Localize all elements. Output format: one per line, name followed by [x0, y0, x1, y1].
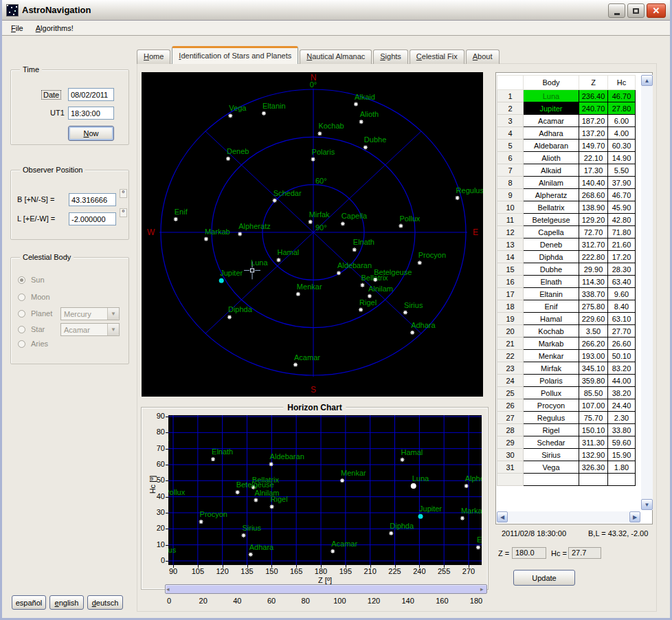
hc-cell[interactable]: 33.80: [608, 424, 636, 436]
z-cell[interactable]: 193.00: [579, 350, 608, 362]
row-number[interactable]: 16: [497, 276, 524, 288]
row-number[interactable]: 12: [497, 226, 524, 239]
update-button[interactable]: Update: [513, 570, 575, 586]
body-cell[interactable]: Deneb: [524, 239, 579, 251]
body-cell[interactable]: Procyon: [524, 399, 579, 412]
latitude-input[interactable]: [69, 193, 116, 206]
z-cell[interactable]: 129.20: [579, 214, 608, 226]
hc-cell[interactable]: 46.70: [608, 90, 636, 102]
hc-cell[interactable]: 17.20: [608, 251, 636, 263]
body-cell[interactable]: Schedar: [524, 436, 579, 449]
empty-cell[interactable]: [608, 474, 636, 486]
row-number[interactable]: 1: [497, 90, 524, 102]
spanish-button[interactable]: español: [12, 595, 46, 610]
z-cell[interactable]: 138.90: [579, 201, 608, 214]
vertical-scrollbar[interactable]: ▲ ▼: [641, 75, 653, 510]
row-number[interactable]: 7: [497, 164, 524, 177]
body-cell[interactable]: Enif: [524, 300, 579, 313]
body-cell[interactable]: Rigel: [524, 424, 579, 436]
z-cell[interactable]: 150.10: [579, 424, 608, 436]
date-input[interactable]: [68, 88, 114, 101]
z-cell[interactable]: 266.20: [579, 337, 608, 350]
body-cell[interactable]: Bellatrix: [524, 201, 579, 214]
z-cell[interactable]: 222.80: [579, 251, 608, 263]
body-cell[interactable]: Adhara: [524, 127, 579, 140]
tab-sights[interactable]: Sights: [373, 49, 408, 64]
row-number[interactable]: [497, 474, 524, 486]
hc-cell[interactable]: 46.70: [608, 189, 636, 201]
body-cell[interactable]: Mirfak: [524, 362, 579, 375]
z-cell[interactable]: 149.70: [579, 140, 608, 152]
body-cell[interactable]: Sirius: [524, 449, 579, 461]
body-cell[interactable]: Aldebaran: [524, 140, 579, 152]
z-cell[interactable]: 236.40: [579, 90, 608, 102]
row-number[interactable]: 20: [497, 325, 524, 337]
body-cell[interactable]: Alpheratz: [524, 189, 579, 201]
row-number[interactable]: 9: [497, 189, 524, 201]
z-cell[interactable]: 132.90: [579, 449, 608, 461]
scroll-up-icon[interactable]: ▲: [641, 75, 653, 86]
menu-file[interactable]: File: [5, 22, 29, 34]
hc-cell[interactable]: 27.80: [608, 102, 636, 115]
body-cell[interactable]: Luna: [524, 90, 579, 102]
hc-cell[interactable]: 4.00: [608, 127, 636, 140]
row-number[interactable]: 3: [497, 115, 524, 127]
body-cell[interactable]: Markab: [524, 337, 579, 350]
row-number[interactable]: 27: [497, 412, 524, 424]
slider-right-arrow-icon[interactable]: ▸: [480, 586, 486, 593]
english-button[interactable]: english: [49, 595, 84, 610]
row-number[interactable]: 28: [497, 424, 524, 436]
body-cell[interactable]: Capella: [524, 226, 579, 239]
row-number[interactable]: 10: [497, 201, 524, 214]
z-cell[interactable]: 75.70: [579, 412, 608, 424]
hc-cell[interactable]: 45.90: [608, 201, 636, 214]
z-cell[interactable]: 85.50: [579, 387, 608, 399]
hc-cell[interactable]: 27.70: [608, 325, 636, 337]
hc-cell[interactable]: 1.80: [608, 461, 636, 474]
z-cell[interactable]: 311.30: [579, 436, 608, 449]
german-button[interactable]: deutsch: [87, 595, 123, 610]
hc-cell[interactable]: 71.80: [608, 226, 636, 239]
hc-cell[interactable]: 14.90: [608, 152, 636, 164]
z-cell[interactable]: 326.30: [579, 461, 608, 474]
body-cell[interactable]: Elnath: [524, 276, 579, 288]
hc-cell[interactable]: 60.30: [608, 140, 636, 152]
minimize-button[interactable]: [608, 3, 625, 18]
hc-cell[interactable]: 6.00: [608, 115, 636, 127]
body-cell[interactable]: Eltanin: [524, 288, 579, 300]
tab-nautical-almanac[interactable]: Nautical Almanac: [300, 49, 372, 64]
body-cell[interactable]: Betelgeuse: [524, 214, 579, 226]
hc-cell[interactable]: 59.60: [608, 436, 636, 449]
z-cell[interactable]: 137.20: [579, 127, 608, 140]
slider-left-arrow-icon[interactable]: ◂: [166, 586, 172, 593]
z-cell[interactable]: 359.80: [579, 375, 608, 387]
row-number[interactable]: 21: [497, 337, 524, 350]
row-number[interactable]: 18: [497, 300, 524, 313]
row-number[interactable]: 6: [497, 152, 524, 164]
hc-cell[interactable]: 26.60: [608, 337, 636, 350]
row-number[interactable]: 23: [497, 362, 524, 375]
hc-cell[interactable]: 37.90: [608, 177, 636, 189]
row-number[interactable]: 31: [497, 461, 524, 474]
row-number[interactable]: 22: [497, 350, 524, 362]
hc-cell[interactable]: 15.90: [608, 449, 636, 461]
row-number[interactable]: 2: [497, 102, 524, 115]
row-number[interactable]: 13: [497, 239, 524, 251]
body-cell[interactable]: Regulus: [524, 412, 579, 424]
row-number[interactable]: 5: [497, 140, 524, 152]
hc-cell[interactable]: 28.30: [608, 263, 636, 276]
body-cell[interactable]: Alkaid: [524, 164, 579, 177]
tab-celestial-fix[interactable]: Celestial Fix: [410, 49, 464, 64]
body-cell[interactable]: Jupiter: [524, 102, 579, 115]
azimuth-slider[interactable]: ◂ ▸: [165, 584, 487, 594]
z-cell[interactable]: 72.70: [579, 226, 608, 239]
hc-cell[interactable]: 42.80: [608, 214, 636, 226]
z-cell[interactable]: 17.30: [579, 164, 608, 177]
z-cell[interactable]: 22.10: [579, 152, 608, 164]
body-cell[interactable]: Acamar: [524, 115, 579, 127]
hc-cell[interactable]: 2.30: [608, 412, 636, 424]
body-cell[interactable]: Pollux: [524, 387, 579, 399]
longitude-input[interactable]: [69, 212, 116, 225]
empty-cell[interactable]: [524, 474, 579, 486]
row-number[interactable]: 19: [497, 313, 524, 325]
